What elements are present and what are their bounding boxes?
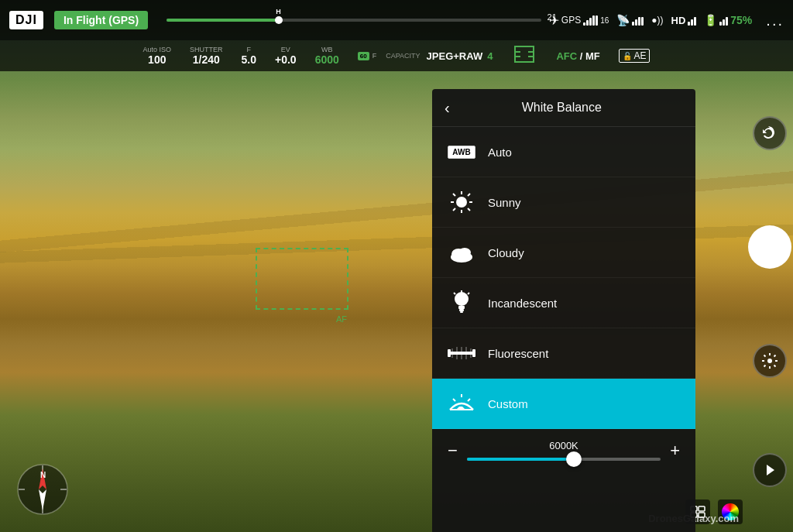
svg-line-11 xyxy=(468,208,470,211)
rc-bar-4 xyxy=(641,17,644,26)
wb-auto-label: Auto xyxy=(488,146,512,159)
playback-button[interactable] xyxy=(753,453,787,487)
wb-cloudy-label: Cloudy xyxy=(488,246,524,259)
flight-status: In Flight (GPS) xyxy=(54,11,148,29)
battery-icon: 🔋 xyxy=(704,14,717,26)
rc-signal-group: 📡 xyxy=(616,14,644,26)
wb-option-cloudy[interactable]: Cloudy xyxy=(432,228,695,278)
iso-param[interactable]: Auto ISO 100 xyxy=(143,46,172,66)
ev-param[interactable]: EV +0.0 xyxy=(275,46,297,66)
hd-bar-3 xyxy=(694,17,696,26)
wb-slider-thumb[interactable] xyxy=(566,451,582,467)
svg-point-17 xyxy=(455,292,469,306)
hd-bar-2 xyxy=(691,19,693,26)
settings-button[interactable] xyxy=(753,344,787,378)
aperture-param[interactable]: F 5.0 xyxy=(242,46,256,66)
wb-incandescent-icon xyxy=(448,289,475,317)
wb-slider-track[interactable] xyxy=(467,458,661,461)
right-sidebar xyxy=(747,71,793,532)
format-value: JPEG+RAW xyxy=(427,50,483,62)
shutter-button[interactable] xyxy=(748,225,791,269)
svg-line-12 xyxy=(468,194,470,196)
awb-badge: AWB xyxy=(448,146,475,159)
camera-flip-button[interactable] xyxy=(753,116,787,150)
aperture-label: F xyxy=(242,46,256,53)
ae-label: AE xyxy=(633,50,646,61)
format-param[interactable]: 60 F CAPACITY JPEG+RAW 4 xyxy=(358,50,493,62)
more-menu-button[interactable]: ... xyxy=(766,12,784,29)
svg-line-33 xyxy=(453,399,455,401)
progress-dot xyxy=(275,16,283,24)
gps-signal-count: 16 xyxy=(600,16,609,25)
topbar: DJI In Flight (GPS) H 21 ✈ GPS 16 📡 xyxy=(0,0,793,40)
ae-control[interactable]: 🔓 AE xyxy=(619,49,651,63)
wb-label: WB xyxy=(315,46,339,53)
wb-sunny-label: Sunny xyxy=(488,196,521,209)
afc-label: AFC xyxy=(556,50,577,62)
wb-option-auto[interactable]: AWB Auto xyxy=(432,127,695,177)
rc-signal-bars xyxy=(632,15,644,26)
battery-percentage: 75% xyxy=(730,14,752,26)
dji-logo: DJI xyxy=(9,11,43,29)
capacity-label: CAPACITY xyxy=(386,52,420,60)
svg-rect-38 xyxy=(699,506,705,511)
fps-label: F xyxy=(372,52,377,60)
bat-bar-2 xyxy=(723,19,725,26)
battery-group: 🔋 75% xyxy=(704,14,752,26)
progress-h-label: H xyxy=(276,8,281,15)
bat-bar-1 xyxy=(719,22,722,26)
wb-back-button[interactable]: ‹ xyxy=(445,100,450,115)
wb-panel: ‹ White Balance AWB Auto Sunny xyxy=(432,89,695,532)
svg-marker-36 xyxy=(767,465,774,475)
shutter-label: SHUTTER xyxy=(190,46,223,53)
svg-line-10 xyxy=(453,194,455,196)
wb-panel-title: White Balance xyxy=(459,101,664,115)
altitude-progress-bar: H 21 xyxy=(166,19,541,22)
svg-rect-19 xyxy=(459,309,464,311)
rc-bar-2 xyxy=(635,19,637,26)
wb-custom-label: Custom xyxy=(488,397,528,410)
gps-group: ✈ GPS 16 xyxy=(549,13,609,28)
wb-decrease-button[interactable]: − xyxy=(448,442,458,459)
rc-bar-3 xyxy=(638,17,640,26)
signal-bar-1 xyxy=(583,22,585,26)
svg-point-5 xyxy=(456,197,467,208)
fps-badge: 60 xyxy=(358,52,369,60)
rc-bar-1 xyxy=(632,22,634,26)
shutter-param[interactable]: SHUTTER 1/240 xyxy=(190,46,223,66)
svg-rect-25 xyxy=(448,349,451,357)
wb-option-sunny[interactable]: Sunny xyxy=(432,177,695,228)
frame-icon[interactable] xyxy=(511,43,537,69)
wb-param[interactable]: WB 6000 xyxy=(315,46,339,66)
wb-incandescent-label: Incandescent xyxy=(488,297,557,310)
wb-sunny-icon xyxy=(448,188,475,216)
svg-line-23 xyxy=(468,293,469,294)
wb-header: ‹ White Balance xyxy=(432,89,695,127)
wb-slider-container: 6000K xyxy=(467,440,661,461)
gps-label: GPS xyxy=(561,15,581,26)
hd-bar-1 xyxy=(688,22,690,26)
ev-value: +0.0 xyxy=(275,53,297,66)
mf-label: MF xyxy=(585,50,600,62)
wb-option-custom[interactable]: Custom xyxy=(432,379,695,429)
ev-label: EV xyxy=(275,46,297,53)
svg-rect-0 xyxy=(515,46,534,62)
afc-mf-control[interactable]: AFC / MF xyxy=(556,50,599,62)
lock-icon: 🔓 xyxy=(623,52,632,60)
wb-option-incandescent[interactable]: Incandescent xyxy=(432,278,695,328)
wb-option-fluorescent[interactable]: Fluorescent xyxy=(432,328,695,379)
hd-signal-bars xyxy=(688,15,696,26)
svg-rect-26 xyxy=(472,349,475,357)
wb-fluorescent-label: Fluorescent xyxy=(488,347,548,360)
iso-label: Auto ISO xyxy=(143,46,172,53)
svg-text:N: N xyxy=(40,471,46,479)
wb-custom-icon xyxy=(448,390,475,417)
video-signal-group: ●)) xyxy=(651,15,663,26)
signal-bar-2 xyxy=(586,20,589,26)
progress-fill xyxy=(166,19,279,22)
wb-slider-fill xyxy=(467,458,574,461)
wb-increase-button[interactable]: + xyxy=(670,442,680,459)
format-num: 4 xyxy=(487,50,493,62)
signal-bar-3 xyxy=(589,18,592,26)
hd-group: HD xyxy=(671,15,697,26)
